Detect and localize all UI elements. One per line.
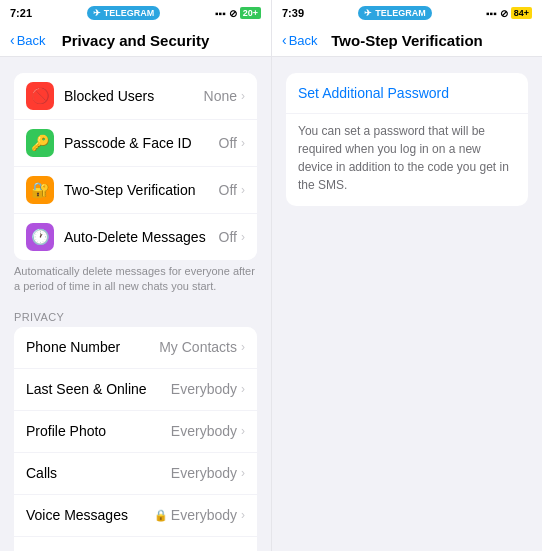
row-auto-delete[interactable]: 🕐 Auto-Delete Messages Off › <box>14 214 257 260</box>
row-passcode[interactable]: 🔑 Passcode & Face ID Off › <box>14 120 257 167</box>
set-password-link[interactable]: Set Additional Password <box>286 73 528 113</box>
passcode-label: Passcode & Face ID <box>64 135 219 151</box>
profile-photo-label: Profile Photo <box>26 423 171 439</box>
time-left: 7:21 <box>10 7 32 19</box>
two-step-chevron: › <box>241 183 245 197</box>
nav-bar-left: ‹ Back Privacy and Security <box>0 26 271 57</box>
telegram-badge-left: ✈ TELEGRAM <box>87 6 161 20</box>
content-left: 🚫 Blocked Users None › 🔑 Passcode & Face… <box>0 57 271 551</box>
signal-icon-left: ▪▪▪ <box>215 8 226 19</box>
time-right: 7:39 <box>282 7 304 19</box>
telegram-icon-right: ✈ <box>364 8 372 18</box>
status-bar-left: 7:21 ✈ TELEGRAM ▪▪▪ ⊘ 20+ <box>0 0 271 26</box>
battery-right: 84+ <box>511 7 532 19</box>
passcode-value: Off <box>219 135 237 151</box>
blocked-users-value: None <box>204 88 237 104</box>
wifi-icon-left: ⊘ <box>229 8 237 19</box>
telegram-label-left: TELEGRAM <box>104 8 155 18</box>
right-screen: 7:39 ✈ TELEGRAM ▪▪▪ ⊘ 84+ ‹ Back Two-Ste… <box>271 0 542 551</box>
back-label-right: Back <box>289 33 318 48</box>
top-settings-card: 🚫 Blocked Users None › 🔑 Passcode & Face… <box>14 73 257 260</box>
nav-title-left: Privacy and Security <box>62 32 210 49</box>
voice-messages-value: 🔒 Everybody <box>154 507 237 523</box>
phone-number-value: My Contacts <box>159 339 237 355</box>
calls-value: Everybody <box>171 465 237 481</box>
back-label-left: Back <box>17 33 46 48</box>
auto-delete-label: Auto-Delete Messages <box>64 229 219 245</box>
telegram-badge-right: ✈ TELEGRAM <box>358 6 432 20</box>
calls-label: Calls <box>26 465 171 481</box>
auto-delete-icon: 🕐 <box>26 223 54 251</box>
profile-photo-value: Everybody <box>171 423 237 439</box>
telegram-icon-left: ✈ <box>93 8 101 18</box>
signal-icon-right: ▪▪▪ <box>486 8 497 19</box>
verification-group: Set Additional Password You can set a pa… <box>272 73 542 206</box>
privacy-settings-card: Phone Number My Contacts › Last Seen & O… <box>14 327 257 551</box>
privacy-group: PRIVACY Phone Number My Contacts › Last … <box>0 311 271 551</box>
lock-icon: 🔒 <box>154 509 168 522</box>
last-seen-label: Last Seen & Online <box>26 381 171 397</box>
passcode-icon: 🔑 <box>26 129 54 157</box>
wifi-icon-right: ⊘ <box>500 8 508 19</box>
phone-number-label: Phone Number <box>26 339 159 355</box>
verification-card: Set Additional Password You can set a pa… <box>286 73 528 206</box>
row-voice-messages[interactable]: Voice Messages 🔒 Everybody › <box>14 495 257 537</box>
back-chevron-right: ‹ <box>282 32 287 48</box>
calls-chevron: › <box>241 466 245 480</box>
row-forwarded[interactable]: Forwarded Messages Everybody › <box>14 537 257 551</box>
blocked-users-icon: 🚫 <box>26 82 54 110</box>
telegram-label-right: TELEGRAM <box>375 8 426 18</box>
row-two-step[interactable]: 🔐 Two-Step Verification Off › <box>14 167 257 214</box>
status-bar-right: 7:39 ✈ TELEGRAM ▪▪▪ ⊘ 84+ <box>272 0 542 26</box>
nav-bar-right: ‹ Back Two-Step Verification <box>272 26 542 57</box>
blocked-users-chevron: › <box>241 89 245 103</box>
two-step-label: Two-Step Verification <box>64 182 219 198</box>
auto-delete-chevron: › <box>241 230 245 244</box>
phone-number-chevron: › <box>241 340 245 354</box>
last-seen-chevron: › <box>241 382 245 396</box>
status-right-right: ▪▪▪ ⊘ 84+ <box>486 7 532 19</box>
content-right: Set Additional Password You can set a pa… <box>272 57 542 551</box>
back-chevron-left: ‹ <box>10 32 15 48</box>
verification-description: You can set a password that will be requ… <box>286 113 528 206</box>
row-blocked-users[interactable]: 🚫 Blocked Users None › <box>14 73 257 120</box>
auto-delete-value: Off <box>219 229 237 245</box>
top-group: 🚫 Blocked Users None › 🔑 Passcode & Face… <box>0 73 271 295</box>
blocked-users-label: Blocked Users <box>64 88 204 104</box>
privacy-group-header: PRIVACY <box>0 311 271 327</box>
row-calls[interactable]: Calls Everybody › <box>14 453 257 495</box>
top-group-footer: Automatically delete messages for everyo… <box>0 260 271 295</box>
back-button-left[interactable]: ‹ Back <box>10 32 46 48</box>
passcode-chevron: › <box>241 136 245 150</box>
row-phone-number[interactable]: Phone Number My Contacts › <box>14 327 257 369</box>
voice-messages-chevron: › <box>241 508 245 522</box>
two-step-icon: 🔐 <box>26 176 54 204</box>
back-button-right[interactable]: ‹ Back <box>282 32 318 48</box>
voice-messages-label: Voice Messages <box>26 507 154 523</box>
left-screen: 7:21 ✈ TELEGRAM ▪▪▪ ⊘ 20+ ‹ Back Privacy… <box>0 0 271 551</box>
battery-left: 20+ <box>240 7 261 19</box>
row-profile-photo[interactable]: Profile Photo Everybody › <box>14 411 257 453</box>
two-step-value: Off <box>219 182 237 198</box>
last-seen-value: Everybody <box>171 381 237 397</box>
status-right-left: ▪▪▪ ⊘ 20+ <box>215 7 261 19</box>
nav-title-right: Two-Step Verification <box>331 32 482 49</box>
profile-photo-chevron: › <box>241 424 245 438</box>
row-last-seen[interactable]: Last Seen & Online Everybody › <box>14 369 257 411</box>
